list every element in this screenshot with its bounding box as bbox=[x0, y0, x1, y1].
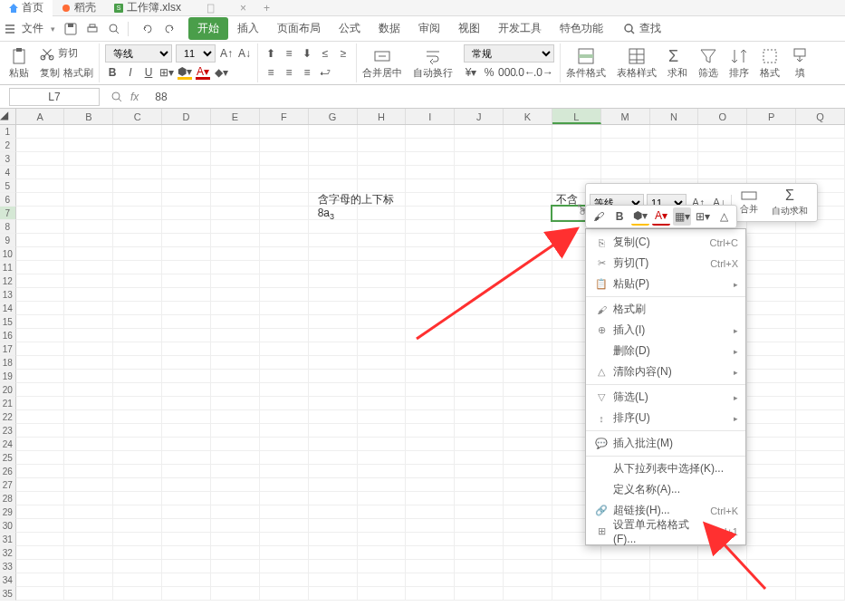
cell[interactable] bbox=[64, 492, 113, 505]
cell[interactable] bbox=[16, 438, 65, 451]
ribbon-tab-dev[interactable]: 开发工具 bbox=[489, 17, 551, 40]
cell[interactable] bbox=[406, 125, 455, 139]
comma-icon[interactable]: 000 bbox=[500, 65, 514, 80]
cell[interactable] bbox=[64, 465, 113, 478]
context-menu-item[interactable]: 定义名称(A)... bbox=[586, 479, 745, 500]
search-label[interactable]: 查找 bbox=[639, 21, 661, 36]
cell[interactable] bbox=[747, 342, 796, 356]
context-menu-item[interactable]: 📋粘贴(P)▸ bbox=[586, 274, 745, 294]
cell[interactable] bbox=[113, 383, 162, 397]
cell[interactable] bbox=[16, 179, 65, 193]
cell[interactable] bbox=[455, 329, 504, 342]
cell[interactable] bbox=[406, 546, 455, 560]
cell[interactable] bbox=[211, 179, 260, 193]
cell[interactable] bbox=[455, 247, 504, 261]
cell[interactable] bbox=[504, 370, 552, 383]
cell[interactable] bbox=[747, 220, 796, 234]
cell[interactable] bbox=[455, 356, 504, 370]
cell[interactable] bbox=[16, 519, 65, 533]
cell[interactable] bbox=[16, 560, 65, 573]
cell[interactable] bbox=[260, 587, 309, 601]
cell[interactable] bbox=[796, 505, 845, 519]
cell[interactable] bbox=[16, 288, 65, 302]
cell[interactable] bbox=[796, 451, 845, 465]
cell[interactable] bbox=[260, 261, 309, 274]
cell[interactable] bbox=[455, 139, 504, 152]
cell[interactable] bbox=[162, 302, 211, 315]
cell[interactable] bbox=[504, 315, 552, 329]
cell[interactable] bbox=[113, 179, 162, 193]
cell[interactable] bbox=[796, 424, 845, 438]
highlight-button[interactable]: ◆▾ bbox=[214, 65, 228, 80]
cell[interactable] bbox=[16, 573, 65, 587]
row-header-15[interactable]: 15 bbox=[0, 315, 16, 329]
cell[interactable] bbox=[504, 288, 552, 302]
col-header-F[interactable]: F bbox=[260, 109, 309, 124]
cell[interactable] bbox=[406, 234, 455, 247]
cell[interactable] bbox=[211, 587, 260, 601]
cell[interactable] bbox=[64, 261, 113, 274]
cell[interactable] bbox=[113, 438, 162, 451]
cell[interactable] bbox=[113, 139, 162, 152]
align-left-icon[interactable]: ≡ bbox=[264, 65, 278, 80]
cell[interactable] bbox=[16, 587, 65, 601]
cell[interactable] bbox=[747, 492, 796, 505]
cell[interactable] bbox=[455, 274, 504, 288]
cell[interactable] bbox=[211, 152, 260, 166]
cell[interactable] bbox=[211, 505, 260, 519]
cell[interactable] bbox=[260, 125, 309, 139]
cell[interactable] bbox=[113, 505, 162, 519]
cell[interactable] bbox=[64, 302, 113, 315]
cell[interactable] bbox=[455, 207, 504, 220]
inc-decimal-icon[interactable]: .0← bbox=[518, 65, 533, 80]
cell[interactable] bbox=[796, 152, 845, 166]
cell[interactable] bbox=[16, 193, 65, 207]
cell[interactable] bbox=[162, 342, 211, 356]
cell[interactable] bbox=[162, 438, 211, 451]
cell[interactable] bbox=[211, 288, 260, 302]
cell[interactable] bbox=[64, 152, 113, 166]
cell[interactable] bbox=[406, 573, 455, 587]
cell[interactable] bbox=[113, 370, 162, 383]
cell[interactable] bbox=[455, 438, 504, 451]
cell[interactable]: 含字母的上下标 bbox=[309, 193, 358, 207]
cell[interactable] bbox=[601, 166, 650, 179]
cell[interactable] bbox=[113, 560, 162, 573]
cell[interactable] bbox=[309, 397, 358, 410]
row-header-29[interactable]: 29 bbox=[0, 505, 16, 519]
row-header-16[interactable]: 16 bbox=[0, 329, 16, 342]
ribbon-tab-layout[interactable]: 页面布局 bbox=[268, 17, 330, 40]
cell[interactable] bbox=[162, 166, 211, 179]
mini-eraser[interactable]: △ bbox=[715, 207, 733, 226]
cell[interactable] bbox=[455, 234, 504, 247]
cell[interactable] bbox=[650, 587, 699, 601]
cell[interactable] bbox=[455, 587, 504, 601]
cell[interactable] bbox=[16, 220, 65, 234]
cell[interactable] bbox=[796, 533, 845, 546]
cell[interactable] bbox=[16, 383, 65, 397]
cell[interactable] bbox=[358, 125, 407, 139]
cell[interactable] bbox=[650, 166, 699, 179]
cell[interactable] bbox=[358, 438, 407, 451]
underline-button[interactable]: U bbox=[141, 65, 156, 80]
cell[interactable] bbox=[358, 207, 407, 220]
row-header-11[interactable]: 11 bbox=[0, 261, 16, 274]
cell[interactable] bbox=[358, 424, 407, 438]
paste-button[interactable]: 粘贴 bbox=[4, 43, 34, 82]
cell[interactable] bbox=[358, 519, 407, 533]
cell[interactable] bbox=[406, 302, 455, 315]
cell[interactable] bbox=[747, 438, 796, 451]
cell[interactable] bbox=[16, 451, 65, 465]
cell[interactable] bbox=[358, 505, 407, 519]
cell[interactable] bbox=[260, 356, 309, 370]
cell[interactable] bbox=[601, 587, 650, 601]
cell[interactable] bbox=[309, 329, 358, 342]
wrap-icon[interactable]: ⮐ bbox=[318, 65, 332, 80]
cell[interactable] bbox=[16, 424, 65, 438]
filter-button[interactable]: 筛选 bbox=[693, 43, 724, 82]
cell[interactable] bbox=[309, 383, 358, 397]
cell[interactable] bbox=[309, 370, 358, 383]
context-menu-item[interactable]: 从下拉列表中选择(K)... bbox=[586, 458, 745, 479]
cell[interactable] bbox=[64, 166, 113, 179]
cell[interactable] bbox=[260, 234, 309, 247]
